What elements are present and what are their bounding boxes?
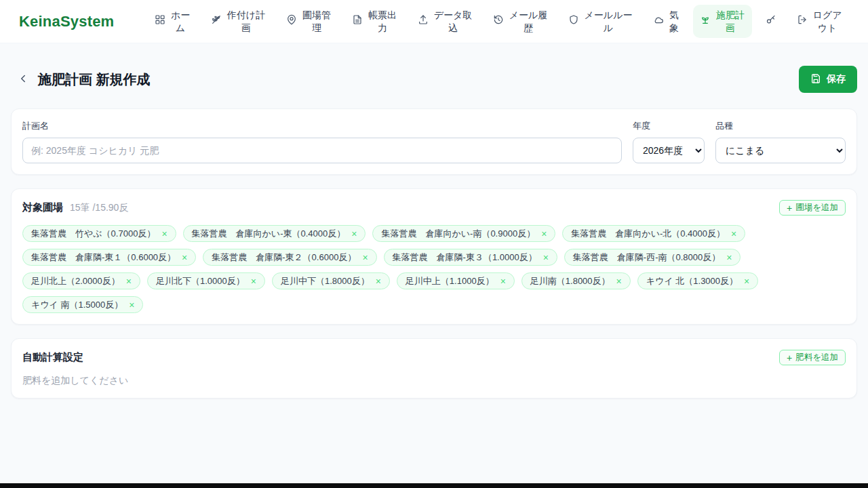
nav-item-fertilization-plan[interactable]: 施肥計画 — [693, 5, 752, 37]
main-content: 計画名 年度 2026年度 品種 にこまる 対象圃場 15筆 /15.90反 — [11, 108, 857, 399]
wheat-icon — [211, 14, 222, 28]
add-field-button[interactable]: + 圃場を追加 — [779, 200, 846, 216]
brand-logo[interactable]: KeinaSystem — [19, 13, 114, 30]
field-tag: 足川北下（1.0000反）× — [147, 272, 265, 289]
variety-select[interactable]: にこまる — [715, 138, 846, 163]
remove-tag-icon[interactable]: × — [126, 277, 132, 286]
field-tag-label: キウイ 北（1.3000反） — [646, 275, 738, 287]
remove-tag-icon[interactable]: × — [129, 300, 134, 310]
nav-item-mail-rules[interactable]: メールルール — [561, 5, 639, 37]
nav-item-report-output[interactable]: 帳票出力 — [345, 5, 404, 37]
field-tag: 集落営農 倉庫隣-東２（0.6000反）× — [203, 249, 376, 266]
field-tag-label: 集落営農 倉庫向かい-南（0.9000反） — [381, 228, 535, 240]
field-tag-label: 集落営農 倉庫隣-東１（0.6000反） — [31, 251, 176, 264]
field-tag: 集落営農 倉庫向かい-東（0.4000反）× — [183, 225, 366, 242]
plan-info-card: 計画名 年度 2026年度 品種 にこまる — [11, 108, 857, 175]
remove-tag-icon[interactable]: × — [726, 253, 732, 262]
add-fertilizer-button[interactable]: + 肥料を追加 — [779, 350, 846, 365]
field-tag-label: 足川南（1.8000反） — [530, 275, 610, 287]
logout-icon — [797, 14, 808, 28]
map-pin-icon — [286, 14, 297, 28]
document-icon — [352, 14, 363, 28]
field-tag: キウイ 北（1.3000反）× — [637, 272, 758, 289]
field-tag: 集落営農 倉庫隣-東３（1.0000反）× — [384, 249, 557, 266]
nav-item-label: ホーム — [170, 9, 191, 33]
remove-tag-icon[interactable]: × — [616, 277, 622, 286]
remove-tag-icon[interactable]: × — [182, 253, 187, 262]
year-field-group: 年度 2026年度 — [633, 120, 705, 163]
plus-icon: + — [787, 353, 792, 363]
key-icon — [766, 14, 776, 28]
field-tag: 集落営農 竹やぶ（0.7000反）× — [22, 225, 176, 242]
variety-field-group: 品種 にこまる — [715, 120, 846, 163]
nav-item-label: 気象 — [669, 9, 679, 33]
field-tag-label: 集落営農 倉庫隣-東２（0.6000反） — [212, 251, 356, 264]
remove-tag-icon[interactable]: × — [362, 253, 368, 262]
field-tag-label: 集落営農 竹やぶ（0.7000反） — [31, 228, 155, 240]
remove-tag-icon[interactable]: × — [543, 253, 549, 262]
remove-tag-icon[interactable]: × — [161, 229, 167, 239]
nav-item-mail-history[interactable]: メール履歴 — [486, 5, 555, 37]
add-field-button-label: 圃場を追加 — [795, 202, 838, 214]
nav-item-planting-plan[interactable]: 作付け計画 — [204, 5, 273, 37]
plan-name-field-group: 計画名 — [22, 120, 622, 163]
plan-name-label: 計画名 — [22, 120, 622, 132]
nav-item-label: メール履歴 — [509, 9, 548, 33]
remove-tag-icon[interactable]: × — [251, 277, 256, 286]
field-tag-label: 集落営農 倉庫隣-西-南（0.8000反） — [573, 251, 720, 264]
field-tag: 集落営農 倉庫向かい-南（0.9000反）× — [372, 225, 555, 242]
grid-icon — [155, 14, 165, 28]
nav-item-home[interactable]: ホーム — [148, 5, 197, 37]
back-button[interactable] — [14, 70, 33, 89]
save-icon — [810, 73, 821, 86]
remove-tag-icon[interactable]: × — [376, 277, 381, 286]
shield-icon — [568, 14, 579, 28]
nav-item-label: 帳票出力 — [368, 9, 397, 33]
remove-tag-icon[interactable]: × — [541, 229, 547, 239]
nav-item-data-import[interactable]: データ取込 — [411, 5, 479, 37]
target-fields-summary: 15筆 /15.90反 — [70, 202, 128, 214]
field-tag: 足川中下（1.8000反）× — [272, 272, 390, 289]
field-tag: 集落営農 倉庫隣-東１（0.6000反）× — [22, 249, 196, 266]
target-fields-title: 対象圃場 — [22, 201, 63, 214]
page-title: 施肥計画 新規作成 — [38, 70, 151, 89]
bottom-bar — [0, 483, 868, 488]
nav-items: ホーム 作付け計画 圃場管理 帳票出力 データ取込 メール履歴 メールルール — [148, 5, 849, 37]
upload-icon — [418, 14, 429, 28]
field-tag-label: 足川北上（2.0000反） — [31, 275, 120, 287]
plan-name-input[interactable] — [22, 138, 622, 163]
auto-calc-title: 自動計算設定 — [22, 351, 83, 364]
fertilizer-empty-message: 肥料を追加してください — [22, 375, 846, 387]
field-tag-label: 足川中上（1.1000反） — [406, 275, 494, 287]
field-tag-list: 集落営農 竹やぶ（0.7000反）× 集落営農 倉庫向かい-東（0.4000反）… — [22, 225, 846, 313]
field-tag-label: キウイ 南（1.5000反） — [31, 299, 123, 311]
nav-item-key[interactable] — [759, 10, 783, 32]
remove-tag-icon[interactable]: × — [731, 229, 736, 239]
nav-item-logout[interactable]: ログアウト — [790, 5, 849, 37]
sprout-icon — [700, 14, 711, 28]
year-select[interactable]: 2026年度 — [633, 138, 705, 163]
variety-label: 品種 — [715, 120, 846, 132]
field-tag-label: 集落営農 倉庫向かい-北（0.4000反） — [571, 228, 725, 240]
cloud-icon — [653, 14, 664, 28]
field-tag: キウイ 南（1.5000反）× — [22, 296, 143, 313]
nav-item-label: 作付け計画 — [226, 9, 266, 33]
history-icon — [493, 14, 504, 28]
remove-tag-icon[interactable]: × — [744, 277, 749, 286]
nav-item-label: メールルール — [584, 9, 633, 33]
nav-item-weather[interactable]: 気象 — [646, 5, 686, 37]
nav-item-label: データ取込 — [433, 9, 473, 33]
field-tag: 集落営農 倉庫向かい-北（0.4000反）× — [562, 225, 745, 242]
add-fertilizer-button-label: 肥料を追加 — [795, 352, 838, 363]
page-header: 施肥計画 新規作成 保存 — [14, 66, 857, 93]
nav-item-label: 圃場管理 — [302, 9, 332, 33]
field-tag: 足川中上（1.1000反）× — [397, 272, 515, 289]
field-tag-label: 集落営農 倉庫向かい-東（0.4000反） — [192, 228, 346, 240]
remove-tag-icon[interactable]: × — [500, 277, 506, 286]
nav-item-label: 施肥計画 — [715, 9, 745, 33]
remove-tag-icon[interactable]: × — [351, 229, 357, 239]
nav-item-field-management[interactable]: 圃場管理 — [279, 5, 338, 37]
save-button[interactable]: 保存 — [799, 66, 857, 93]
auto-calc-card: 自動計算設定 + 肥料を追加 肥料を追加してください — [11, 338, 857, 399]
chevron-left-icon — [17, 73, 29, 87]
